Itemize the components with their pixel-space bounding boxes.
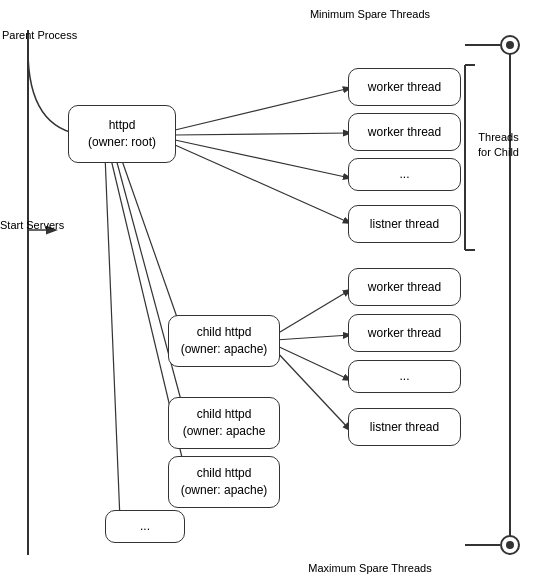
worker-thread-2: worker thread — [348, 113, 461, 151]
start-servers-label: Start Servers — [0, 218, 64, 233]
svg-line-12 — [275, 335, 350, 340]
worker-thread-4: worker thread — [348, 314, 461, 352]
worker-thread-3: worker thread — [348, 268, 461, 306]
diagram: Parent Process Start Servers Minimum Spa… — [0, 0, 545, 585]
svg-line-7 — [120, 155, 185, 340]
svg-line-8 — [115, 155, 185, 415]
lower-dots: ... — [348, 360, 461, 393]
svg-line-3 — [175, 88, 350, 130]
child-httpd-2: child httpd(owner: apache — [168, 397, 280, 449]
min-spare-circle — [500, 35, 520, 55]
threads-for-child-label: Threadsfor Child — [478, 130, 519, 161]
minimum-spare-threads-label: Minimum Spare Threads — [290, 8, 450, 20]
worker-thread-1: worker thread — [348, 68, 461, 106]
upper-listener-thread: listner thread — [348, 205, 461, 243]
max-spare-circle — [500, 535, 520, 555]
svg-line-11 — [275, 290, 350, 335]
lower-listener-thread: listner thread — [348, 408, 461, 446]
maximum-spare-threads-label: Maximum Spare Threads — [290, 562, 450, 574]
main-dots: ... — [105, 510, 185, 543]
svg-line-14 — [275, 350, 350, 430]
child-httpd-3: child httpd(owner: apache) — [168, 456, 280, 508]
child-httpd-1: child httpd(owner: apache) — [168, 315, 280, 367]
svg-line-10 — [105, 155, 120, 520]
httpd-root-box: httpd(owner: root) — [68, 105, 176, 163]
upper-dots: ... — [348, 158, 461, 191]
svg-line-5 — [175, 140, 350, 178]
svg-line-4 — [175, 133, 350, 135]
svg-line-6 — [175, 145, 350, 223]
svg-line-13 — [275, 345, 350, 380]
parent-process-label: Parent Process — [2, 28, 77, 43]
